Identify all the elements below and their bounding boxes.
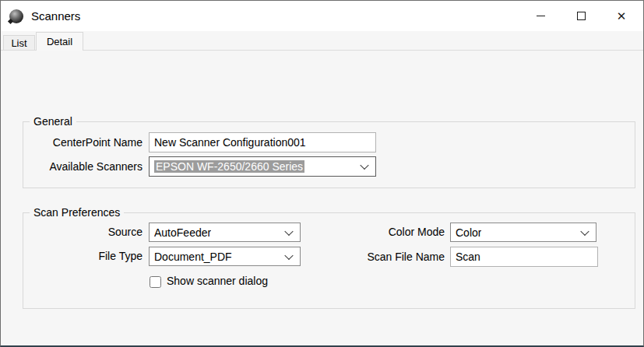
close-window-button[interactable]: ✕ <box>601 1 642 31</box>
available-scanners-label: Available Scanners <box>16 156 143 177</box>
color-mode-combobox[interactable]: Color <box>450 223 596 242</box>
scan-file-name-input[interactable] <box>450 247 598 267</box>
source-value: AutoFeeder <box>154 226 211 239</box>
scanners-dialog: Scanners ✕ List Detail General CenterPoi… <box>0 0 644 347</box>
caption-buttons: ✕ <box>520 1 642 31</box>
color-mode-label: Color Mode <box>328 223 445 242</box>
minimize-button[interactable] <box>520 1 561 31</box>
chevron-down-icon[interactable] <box>580 226 589 235</box>
maximize-button[interactable] <box>561 1 601 31</box>
file-type-label: File Type <box>16 247 143 266</box>
available-scanners-combobox[interactable]: EPSON WF-2650/2660 Series <box>149 156 376 177</box>
chevron-down-icon[interactable] <box>284 251 293 259</box>
color-mode-value: Color <box>456 226 481 239</box>
general-groupbox: General <box>23 121 635 188</box>
file-type-value: Document_PDF <box>154 251 232 263</box>
centerpoint-name-input[interactable] <box>149 132 376 152</box>
app-icon <box>9 9 23 23</box>
maximize-icon <box>577 12 586 20</box>
general-legend: General <box>30 115 76 128</box>
scan-file-name-label: Scan File Name <box>328 247 445 267</box>
window-title: Scanners <box>31 9 80 23</box>
file-type-combobox[interactable]: Document_PDF <box>149 247 301 266</box>
minimize-icon <box>537 16 545 16</box>
source-combobox[interactable]: AutoFeeder <box>149 223 301 242</box>
tab-detail[interactable]: Detail <box>36 32 83 51</box>
source-label: Source <box>16 223 143 242</box>
centerpoint-name-label: CenterPoint Name <box>16 132 143 152</box>
detail-tab-page: General CenterPoint Name Available Scann… <box>1 50 643 345</box>
chevron-down-icon[interactable] <box>284 226 293 235</box>
close-icon: ✕ <box>617 10 627 22</box>
available-scanners-value: EPSON WF-2650/2660 Series <box>154 160 304 173</box>
tab-list[interactable]: List <box>3 35 35 50</box>
chevron-down-icon[interactable] <box>360 161 368 170</box>
titlebar[interactable]: Scanners ✕ <box>1 1 643 31</box>
scan-preferences-legend: Scan Preferences <box>30 206 124 219</box>
show-scanner-dialog-checkbox[interactable] <box>150 276 161 288</box>
show-scanner-dialog-label: Show scanner dialog <box>167 275 268 287</box>
